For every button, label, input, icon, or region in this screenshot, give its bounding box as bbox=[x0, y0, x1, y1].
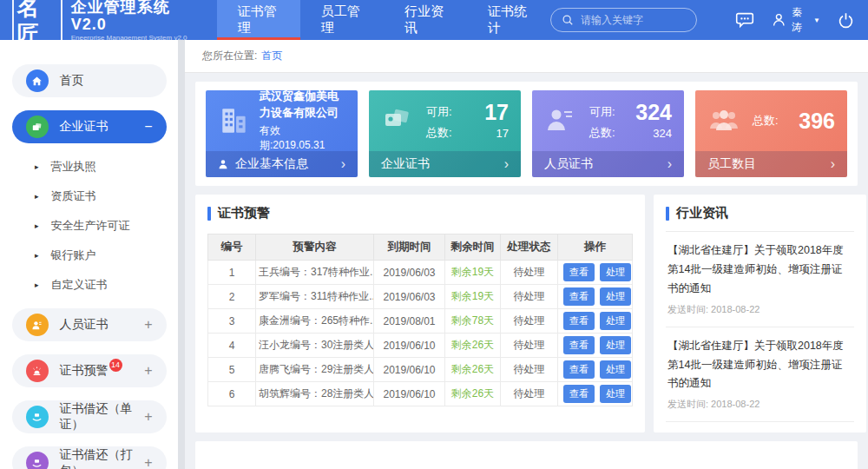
card-footer-label: 企业基本信息 bbox=[235, 156, 308, 172]
cert-alerts-table: 编号 预警内容 到期时间 剩余时间 处理状态 操作 1 bbox=[207, 234, 633, 406]
sidebar-item-enterprise-certs[interactable]: 企业证书 − bbox=[12, 110, 167, 143]
chevron-right-icon: › bbox=[667, 156, 672, 172]
col-header-actions: 操作 bbox=[558, 234, 633, 261]
search-box[interactable] bbox=[550, 8, 697, 32]
handle-button[interactable]: 处理 bbox=[600, 287, 631, 306]
subitem-label: 安全生产许可证 bbox=[51, 218, 130, 234]
view-button[interactable]: 查看 bbox=[563, 287, 595, 306]
cell-due: 2019/06/03 bbox=[374, 261, 445, 285]
search-input[interactable] bbox=[581, 14, 685, 26]
sidebar-subitem-safety-license[interactable]: ▸ 安全生产许可证 bbox=[0, 211, 178, 241]
cell-remaining: 剩余19天 bbox=[445, 261, 501, 285]
stat-label: 总数: bbox=[589, 125, 615, 141]
personnel-certs-link[interactable]: 人员证书 › bbox=[532, 151, 684, 177]
enterprise-certs-card[interactable]: 可用: 17 总数: 17 企业证书 › bbox=[369, 90, 521, 177]
expand-icon[interactable]: + bbox=[144, 409, 152, 425]
caret-down-icon: ▼ bbox=[813, 17, 820, 24]
sidebar-subitem-business-license[interactable]: ▸ 营业执照 bbox=[0, 152, 178, 182]
sidebar-item-personnel-certs[interactable]: 人员证书 + bbox=[12, 308, 167, 341]
arrow-right-icon: ▸ bbox=[35, 281, 39, 289]
card-footer-label: 人员证书 bbox=[544, 156, 593, 172]
view-button[interactable]: 查看 bbox=[563, 263, 595, 281]
chevron-right-icon: › bbox=[341, 156, 345, 172]
title-accent-bar bbox=[666, 207, 669, 221]
cell-content: 罗军编号：311特种作业... bbox=[256, 285, 374, 309]
stat-value: 396 bbox=[799, 109, 835, 132]
tab-certificate-stats[interactable]: 证书统计 bbox=[467, 0, 550, 40]
company-info-link[interactable]: 企业基本信息 › bbox=[206, 151, 358, 177]
app-window: 名匠 企业管理系统V2.0 Eneerprise Management Syst… bbox=[0, 0, 868, 469]
alert-count-badge: 14 bbox=[109, 359, 122, 372]
sidebar-item-label: 企业证书 bbox=[60, 119, 108, 135]
personnel-certs-card[interactable]: 可用: 324 总数: 324 人员证书 › bbox=[532, 90, 684, 177]
handle-button[interactable]: 处理 bbox=[600, 385, 631, 403]
sidebar-item-cert-lending-package[interactable]: 证书借还（打包） + bbox=[12, 446, 167, 469]
view-button[interactable]: 查看 bbox=[563, 336, 595, 354]
expand-icon[interactable]: + bbox=[144, 455, 152, 469]
view-button[interactable]: 查看 bbox=[563, 385, 595, 403]
handle-button[interactable]: 处理 bbox=[600, 312, 631, 330]
logout-button[interactable] bbox=[838, 12, 854, 29]
expand-icon[interactable]: + bbox=[144, 317, 152, 333]
arrow-right-icon: ▸ bbox=[35, 221, 39, 230]
user-menu[interactable]: 秦涛 ▼ bbox=[772, 5, 820, 35]
cell-remaining: 剩余26天 bbox=[445, 382, 501, 406]
tab-employee-management[interactable]: 员工管理 bbox=[300, 0, 384, 40]
sidebar-item-label: 证书预警 bbox=[60, 363, 108, 379]
cell-no: 4 bbox=[208, 334, 256, 358]
cell-content: 王兵编号：317特种作业... bbox=[256, 261, 374, 285]
view-button[interactable]: 查看 bbox=[563, 312, 595, 330]
collapse-icon[interactable]: − bbox=[144, 119, 152, 135]
sidebar-subitem-qualification-cert[interactable]: ▸ 资质证书 bbox=[0, 182, 178, 211]
expand-icon[interactable]: + bbox=[144, 363, 152, 379]
table-row: 6 胡筑辉编号：28注册类人... 2019/06/10 剩余26天 待处理 查… bbox=[208, 382, 633, 406]
summary-cards-panel: 武汉贸鑫伽美电力设备有限公司 有效期:2019.05.31 企业基本信息 › bbox=[195, 82, 858, 186]
arrow-right-icon: ▸ bbox=[35, 192, 39, 201]
cell-due: 2019/06/10 bbox=[374, 358, 445, 382]
cell-status: 待处理 bbox=[501, 358, 558, 382]
cell-due: 2019/08/01 bbox=[374, 309, 445, 334]
sidebar-subitem-bank-account[interactable]: ▸ 银行账户 bbox=[0, 241, 178, 270]
stat-value: 17 bbox=[496, 127, 509, 140]
employee-count-card[interactable]: 总数: 396 员工数目 › bbox=[695, 90, 847, 177]
sidebar-item-home[interactable]: 首页 bbox=[12, 64, 167, 97]
cell-due: 2019/06/10 bbox=[374, 334, 445, 358]
subitem-label: 资质证书 bbox=[51, 188, 96, 204]
cell-content: 汪小龙编号：30注册类人... bbox=[256, 334, 374, 358]
breadcrumb-home-link[interactable]: 首页 bbox=[261, 49, 282, 63]
subitem-label: 营业执照 bbox=[51, 159, 96, 175]
cell-status: 待处理 bbox=[501, 309, 558, 334]
handle-button[interactable]: 处理 bbox=[600, 263, 631, 281]
table-row: 5 唐腾飞编号：29注册类人... 2019/06/10 剩余26天 待处理 查… bbox=[208, 358, 633, 382]
sidebar-subitem-custom-cert[interactable]: ▸ 自定义证书 bbox=[0, 270, 178, 300]
cards-stack-icon bbox=[381, 106, 414, 135]
handle-button[interactable]: 处理 bbox=[600, 336, 631, 354]
tab-industry-news[interactable]: 行业资讯 bbox=[384, 0, 467, 40]
chevron-right-icon: › bbox=[504, 156, 509, 172]
enterprise-certs-link[interactable]: 企业证书 › bbox=[369, 151, 521, 177]
employee-count-link[interactable]: 员工数目 › bbox=[695, 151, 847, 177]
stat-value: 324 bbox=[653, 127, 672, 140]
cell-remaining: 剩余26天 bbox=[445, 334, 501, 358]
arrow-right-icon: ▸ bbox=[35, 251, 39, 260]
tab-certificate-management[interactable]: 证书管理 bbox=[217, 0, 300, 40]
cell-due: 2019/06/03 bbox=[374, 285, 445, 309]
sidebar-item-cert-alerts[interactable]: 证书预警14 + bbox=[12, 354, 167, 387]
messages-button[interactable] bbox=[735, 12, 754, 29]
cell-remaining: 剩余78天 bbox=[445, 309, 501, 334]
view-button[interactable]: 查看 bbox=[563, 360, 595, 379]
group-icon bbox=[707, 108, 740, 134]
sidebar-item-cert-lending-single[interactable]: 证书借还（单证） + bbox=[12, 400, 167, 433]
company-validity: 有效期:2019.05.31 bbox=[260, 123, 345, 153]
sidebar-item-label: 证书借还（打包） bbox=[60, 447, 145, 469]
cell-status: 待处理 bbox=[501, 334, 558, 358]
arrow-right-icon: ▸ bbox=[35, 162, 39, 171]
company-info-card[interactable]: 武汉贸鑫伽美电力设备有限公司 有效期:2019.05.31 企业基本信息 › bbox=[206, 90, 358, 177]
sidebar-scrollbar[interactable] bbox=[178, 40, 185, 469]
alarm-icon bbox=[26, 360, 49, 382]
col-header-status: 处理状态 bbox=[501, 234, 558, 261]
news-item[interactable]: 【湖北省住建厅】关于领取2018年度第14批一级建造师初始、增项注册证书的通知 … bbox=[666, 232, 854, 327]
chevron-right-icon: › bbox=[831, 156, 835, 172]
handle-button[interactable]: 处理 bbox=[600, 360, 631, 379]
news-item[interactable]: 【湖北省住建厅】关于领取2018年度第14批一级建造师初始、增项注册证书的通知 … bbox=[666, 327, 854, 423]
